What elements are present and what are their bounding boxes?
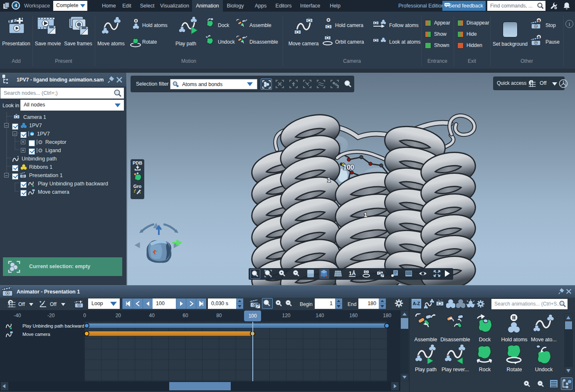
svg-text:100: 100 <box>343 164 354 171</box>
svg-text:1: 1 <box>327 176 331 183</box>
svg-text:1Å: 1Å <box>349 270 356 276</box>
svg-text:M: M <box>31 132 34 136</box>
svg-text:1: 1 <box>364 211 367 218</box>
